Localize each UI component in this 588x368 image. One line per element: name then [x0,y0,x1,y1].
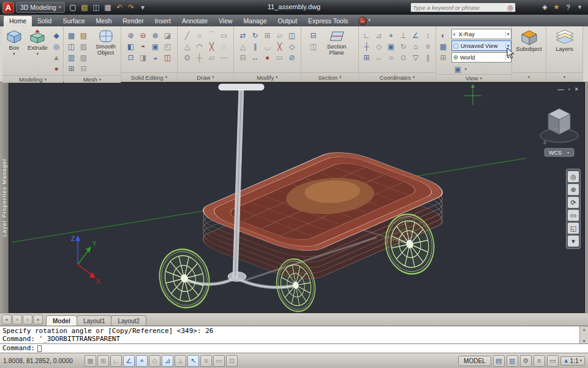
ribbon-icon[interactable]: ⊙ [182,52,193,63]
ribbon-icon[interactable]: ▽ [410,52,421,63]
ribbon-icon[interactable]: △ [182,41,193,52]
ribbon-icon[interactable]: ↔ [250,52,261,63]
ribbon-icon[interactable]: ⊖ [138,30,149,40]
plot-icon[interactable]: ▦ [102,2,113,13]
ribbon-icon[interactable]: ⊞ [361,52,372,63]
ribbon-icon[interactable]: ◧ [126,41,137,52]
ribbon-icon[interactable]: ▦ [438,41,449,52]
panel-label-subobject[interactable]: ▾ [512,72,546,82]
ucs-dropdown[interactable]: ⊕ World ▾ [451,52,511,63]
new-file-icon[interactable]: ▢ [67,2,78,13]
ribbon-tab[interactable]: Home [4,16,32,26]
qp-toggle[interactable]: ⊡ [226,355,238,367]
ribbon-icon[interactable]: ≡ [423,41,434,52]
favorites-icon[interactable]: ★ [551,1,562,13]
wcs-button[interactable]: WCS ▾ [545,148,574,156]
ribbon-icon[interactable]: ▲ [51,52,62,63]
ribbon-icon[interactable]: ⊡ [126,52,137,63]
workspace-selector[interactable]: 3D Modeling ▾ [16,2,65,13]
ribbon-icon[interactable]: ⌂ [410,41,421,52]
ribbon-icon[interactable]: ◒ [150,52,161,63]
ribbon-icon[interactable]: ▣ [386,41,397,52]
steering-wheel-icon[interactable]: ◎ [568,171,579,182]
layout-tab[interactable]: Model [46,315,77,326]
ribbon-icon[interactable]: ● [51,63,62,74]
help-search-box[interactable]: ◎ [410,2,516,12]
ribbon-tab[interactable]: Mesh [91,16,118,26]
snap-toggle[interactable]: ▦ [85,355,96,367]
coordinates-display[interactable]: 1.8008, 81.2852, 0.0000 [3,357,83,364]
ribbon-icon[interactable]: ▧ [78,41,89,52]
ribbon-icon[interactable]: ⊟ [78,63,89,74]
ribbon-icon[interactable]: ◫ [66,41,77,52]
ribbon-icon[interactable]: ⌖ [386,30,397,40]
ribbon-icon[interactable]: ↻ [398,41,409,52]
ribbon-icon[interactable]: △ [238,41,249,52]
open-file-icon[interactable]: ▤ [78,2,90,13]
undo-icon[interactable]: ↶ [113,2,125,13]
extrude-button[interactable]: Extrude ▾ [26,28,50,56]
polar-toggle[interactable]: ∠ [123,355,135,367]
redo-icon[interactable]: ↷ [125,2,137,13]
ribbon-tab[interactable]: Output [273,16,303,26]
grid-toggle[interactable]: ⊞ [97,355,109,367]
quick-view-layouts-icon[interactable]: ▤ [493,355,505,367]
ribbon-icon[interactable]: ⊞ [262,30,273,40]
ribbon-tab[interactable]: Solid [32,16,57,26]
ribbon-tab[interactable]: View [213,16,238,26]
box-button[interactable]: Box ▾ [2,28,26,56]
osnap-toggle[interactable]: ⌖ [136,355,148,367]
panel-label-view[interactable]: View▾ [436,74,511,82]
orbit-icon[interactable]: ⟳ [568,197,579,208]
ribbon-icon[interactable]: ▥ [66,52,77,63]
ribbon-icon[interactable]: ◌ [219,41,230,52]
app-logo[interactable]: A [2,2,14,13]
ribbon-icon[interactable]: ⊥ [398,30,409,40]
command-scrollbar[interactable]: ▲ ▼ [579,326,588,343]
layout-tab[interactable]: Layout1 [77,315,112,326]
workspace-switch-icon[interactable]: ⚙ [520,355,532,367]
pan-icon[interactable]: ⊕ [568,184,579,195]
panel-label-coordinates[interactable]: Coordinates▾ [359,72,435,82]
ribbon-icon[interactable]: ╱ [182,30,193,40]
ribbon-icon[interactable]: ◓ [138,41,149,52]
panel-label-mesh[interactable]: Mesh▾ [64,75,121,83]
ribbon-icon[interactable]: ↔ [374,52,385,63]
ribbon-icon[interactable]: ⋯ [219,52,230,63]
search-input[interactable] [413,4,507,11]
model-canvas[interactable]: Z Y X S WCS ▾ [9,83,585,313]
first-layout-icon[interactable]: « [2,315,12,324]
ribbon-icon[interactable]: ∠ [410,30,421,40]
ribbon-icon[interactable]: ╳ [206,41,217,52]
drawing-viewport[interactable]: Z Y X S WCS ▾ [9,82,585,313]
ribbon-icon[interactable]: ╳ [274,41,285,52]
ribbon-icon[interactable]: ┼ [361,41,372,52]
ribbon-icon[interactable]: ⊗ [150,30,161,40]
ribbon-icon[interactable]: ⌒ [206,30,217,40]
ribbon-icon[interactable]: ⊿ [374,30,385,40]
ribbon-icon[interactable]: ▨ [78,52,89,63]
3dosnap-toggle[interactable]: ◇ [149,355,160,367]
ribbon-icon[interactable]: ◎ [51,41,62,52]
ribbon-icon[interactable]: ◫ [162,52,173,63]
quick-view-drawings-icon[interactable]: ▥ [507,355,518,367]
panel-label-modeling[interactable]: Modeling▾ [2,75,63,83]
dyn-toggle[interactable]: ↖ [187,355,199,367]
panel-label-layers[interactable]: ▾ [546,72,582,82]
ribbon-icon[interactable]: ⊕ [126,30,137,40]
ribbon-tab[interactable]: Annotate [176,16,213,26]
annotation-scale-button[interactable]: ▲ 1:1 ▾ [560,356,585,366]
ribbon-tab[interactable]: Render [117,16,149,26]
named-view-dropdown[interactable]: ▢ Unsaved View ▾ [451,40,511,51]
layers-button[interactable]: Layers [548,28,582,52]
zoom-extents-icon[interactable]: ▭ [568,210,579,221]
ribbon-icon[interactable]: ∥ [423,52,434,63]
panel-label-draw[interactable]: Draw▾ [178,72,233,82]
viewport-minimize-icon[interactable]: — [558,86,564,93]
ribbon-icon[interactable]: ▱ [206,52,217,63]
ribbon-icon[interactable]: ◠ [194,41,205,52]
ribbon-icon[interactable]: ▤ [78,30,89,40]
panel-label-modify[interactable]: Modify▾ [234,72,301,82]
otrack-toggle[interactable]: ⊿ [162,355,173,367]
prev-layout-icon[interactable]: ‹ [12,315,22,324]
